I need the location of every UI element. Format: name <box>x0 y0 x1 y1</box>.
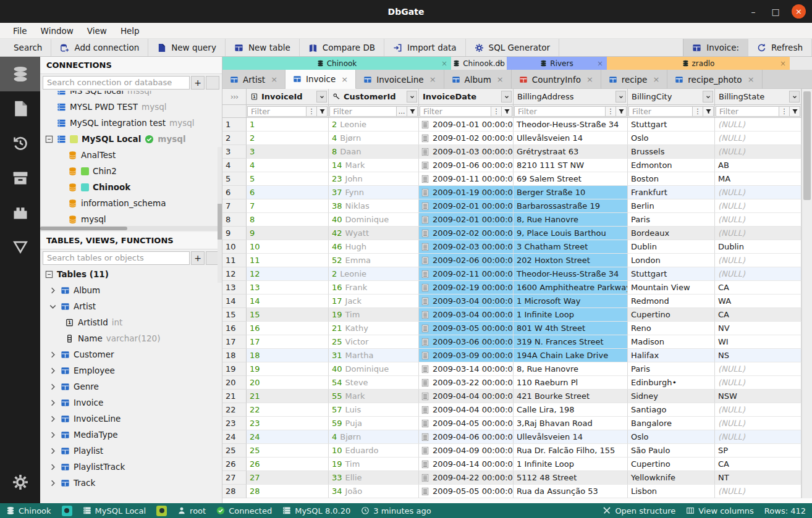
row-number[interactable]: 19 <box>222 362 247 376</box>
cell-billingstate[interactable]: (NULL) <box>715 132 801 145</box>
cell-customerid[interactable]: 40Dominique <box>329 362 419 376</box>
tree-expander[interactable] <box>49 286 57 295</box>
connection-item-mysl-pwd-test[interactable]: MYSL PWD TESTmysql <box>40 99 222 115</box>
menu-view[interactable]: View <box>82 26 112 36</box>
filter-menu-button[interactable]: ⋮ <box>779 106 790 117</box>
column-header-invoicedate[interactable]: InvoiceDate <box>419 89 514 104</box>
connections-hscrollbar[interactable] <box>40 226 222 231</box>
table-item-invoice[interactable]: Invoice <box>40 395 222 411</box>
database-tab-zradlo[interactable]: zradlo× <box>607 57 790 70</box>
tab-recipe_photo[interactable]: recipe_photo× <box>667 70 762 89</box>
connection-item-chin2[interactable]: Chin2 <box>40 163 222 179</box>
tree-expander[interactable] <box>49 302 57 311</box>
cell-invoiceid[interactable]: 20 <box>247 376 329 390</box>
cell-billingcity[interactable]: Redmond <box>628 295 715 308</box>
cell-customerid[interactable]: 33Ellie <box>329 471 419 485</box>
cell-billingcity[interactable]: São Paulo <box>628 444 715 457</box>
row-number[interactable]: 21 <box>222 390 247 403</box>
cell-billingstate[interactable]: (NULL) <box>715 186 801 199</box>
cell-customerid[interactable]: 10Eduardo <box>329 444 419 457</box>
cell-invoicedate[interactable]: 2009-02-01 00:00:00 <box>419 199 514 213</box>
column-menu-button[interactable] <box>407 91 417 102</box>
cell-billingstate[interactable]: (NULL) <box>715 145 801 159</box>
connections-vscrollbar[interactable] <box>218 147 222 283</box>
row-number[interactable]: 7 <box>222 199 247 213</box>
column-header-customerid[interactable]: CustomerId <box>329 89 419 104</box>
cell-billingcity[interactable]: Mountain View <box>628 281 715 295</box>
cell-invoiceid[interactable]: 13 <box>247 281 329 295</box>
table-item-genre[interactable]: Genre <box>40 378 222 395</box>
tables-root[interactable]: Tables (11) <box>40 266 222 282</box>
table-item-invoiceline[interactable]: InvoiceLine <box>40 411 222 427</box>
cell-billingstate[interactable]: (NULL) <box>715 199 801 213</box>
filter-input-billingstate[interactable] <box>716 106 779 117</box>
cell-invoicedate[interactable]: 2009-04-22 00:00:00 <box>419 471 514 485</box>
cell-invoicedate[interactable]: 2009-01-11 00:00:00 <box>419 172 514 186</box>
menu-window[interactable]: Window <box>35 26 79 36</box>
column-menu-button[interactable] <box>316 91 327 102</box>
toolbar-button-import-data[interactable]: Import data <box>384 39 466 56</box>
cell-billingaddress[interactable]: Rua da Assunção 53 <box>514 485 628 498</box>
cell-billingstate[interactable]: WA <box>715 295 801 308</box>
cell-invoiceid[interactable]: 16 <box>247 322 329 335</box>
row-number[interactable]: 15 <box>222 308 247 322</box>
cell-invoicedate[interactable]: 2009-04-06 00:00:00 <box>419 430 514 444</box>
rail-item-settings[interactable] <box>0 465 40 499</box>
cell-customerid[interactable]: 31Martha <box>329 349 419 362</box>
status-item-3-minutes-ago[interactable]: 3 minutes ago <box>361 506 431 516</box>
row-number[interactable]: 6 <box>222 186 247 199</box>
cell-invoicedate[interactable]: 2009-02-11 00:00:00 <box>419 267 514 281</box>
rail-item-archive[interactable] <box>0 161 40 195</box>
close-icon[interactable]: × <box>497 59 503 68</box>
tree-expander[interactable] <box>45 135 53 144</box>
cell-customerid[interactable]: 34João <box>329 485 419 498</box>
cell-billingaddress[interactable]: 9, Place Louis Barthou <box>514 227 628 240</box>
row-number[interactable]: 5 <box>222 172 247 186</box>
cell-invoiceid[interactable]: 10 <box>247 240 329 254</box>
cell-customerid[interactable]: 8Daan <box>329 145 419 159</box>
toolbar-button-compare-db[interactable]: Compare DB <box>300 39 384 56</box>
connections-search-input[interactable] <box>43 76 190 90</box>
menu-file[interactable]: File <box>7 26 33 36</box>
row-number[interactable]: 28 <box>222 485 247 498</box>
cell-billingaddress[interactable]: 194A Chain Lake Drive <box>514 349 628 362</box>
cell-billingaddress[interactable]: Grétrystraat 63 <box>514 145 628 159</box>
cell-invoiceid[interactable]: 17 <box>247 335 329 349</box>
filter-menu-button[interactable]: ⋮ <box>307 106 317 117</box>
tab-invoice[interactable]: Invoice× <box>285 70 356 89</box>
table-item-customer[interactable]: Customer <box>40 346 222 362</box>
cell-invoiceid[interactable]: 9 <box>247 227 329 240</box>
cell-invoiceid[interactable]: 24 <box>247 430 329 444</box>
table-item-playlisttrack[interactable]: PlaylistTrack <box>40 459 222 475</box>
cell-invoicedate[interactable]: 2009-02-01 00:00:00 <box>419 213 514 227</box>
cell-invoiceid[interactable]: 15 <box>247 308 329 322</box>
cell-invoiceid[interactable]: 7 <box>247 199 329 213</box>
cell-billingstate[interactable]: NV <box>715 322 801 335</box>
cell-customerid[interactable]: 23John <box>329 172 419 186</box>
cell-invoiceid[interactable]: 25 <box>247 444 329 457</box>
status-item-mysql-local[interactable]: MySQL Local <box>83 506 146 516</box>
cell-invoicedate[interactable]: 2009-03-04 00:00:00 <box>419 295 514 308</box>
tree-expander[interactable] <box>49 350 57 359</box>
cell-billingcity[interactable]: Dublin <box>628 240 715 254</box>
cell-invoicedate[interactable]: 2009-02-19 00:00:00 <box>419 281 514 295</box>
cell-billingstate[interactable]: (NULL) <box>715 227 801 240</box>
cell-invoicedate[interactable]: 2009-04-05 00:00:00 <box>419 417 514 430</box>
row-number[interactable]: 8 <box>222 213 247 227</box>
row-number[interactable]: 16 <box>222 322 247 335</box>
cell-customerid[interactable]: 2Leonie <box>329 118 419 132</box>
cell-invoiceid[interactable]: 5 <box>247 172 329 186</box>
rail-item-files[interactable] <box>0 91 40 126</box>
cell-billingaddress[interactable]: 8210 111 ST NW <box>514 159 628 172</box>
column-header-invoiceid[interactable]: 1InvoiceId <box>247 89 329 104</box>
column-header-billingcity[interactable]: BillingCity <box>628 89 715 104</box>
cell-customerid[interactable]: 37Fynn <box>329 186 419 199</box>
cell-billingstate[interactable]: (NULL) <box>715 485 801 498</box>
cell-billingcity[interactable]: Edinburgh• <box>628 376 715 390</box>
cell-customerid[interactable]: 59Puja <box>329 417 419 430</box>
cell-billingcity[interactable]: Sidney <box>628 390 715 403</box>
tab-invoiceline[interactable]: InvoiceLine× <box>356 70 444 89</box>
table-item-track[interactable]: Track <box>40 475 222 491</box>
filter-input-customerid[interactable] <box>329 106 397 117</box>
toolbar-button-refresh[interactable]: Refresh <box>748 39 812 56</box>
